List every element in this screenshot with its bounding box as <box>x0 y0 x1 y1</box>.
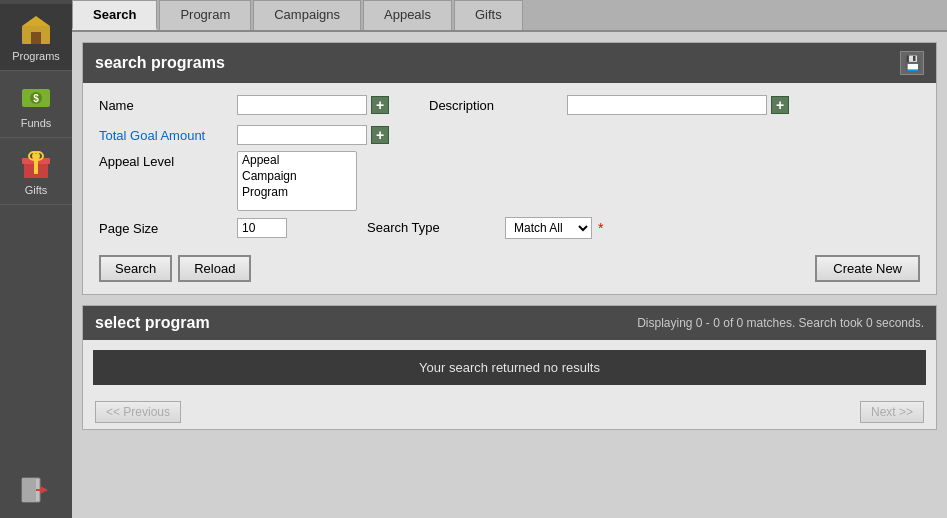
description-label: Description <box>429 95 559 113</box>
name-label: Name <box>99 95 229 113</box>
required-star: * <box>598 220 603 236</box>
total-goal-control-group: + <box>237 125 389 145</box>
pagination-row: << Previous Next >> <box>83 395 936 429</box>
name-input[interactable] <box>237 95 367 115</box>
sidebar-item-gifts[interactable]: Gifts <box>0 138 72 205</box>
page-size-row: Page Size <box>99 218 287 238</box>
main-content: Search Program Campaigns Appeals Gifts s… <box>72 0 947 518</box>
search-programs-body: Name + Description + <box>83 83 936 294</box>
description-input[interactable] <box>567 95 767 115</box>
select-program-panel: select program Displaying 0 - 0 of 0 mat… <box>82 305 937 430</box>
search-type-row: Search Type Match All Match Any * <box>367 217 603 239</box>
sidebar-item-funds[interactable]: $ Funds <box>0 71 72 138</box>
total-goal-row: Total Goal Amount + <box>99 125 920 145</box>
appeal-level-label: Appeal Level <box>99 151 229 169</box>
sidebar-item-programs[interactable]: Programs <box>0 4 72 71</box>
name-plus-button[interactable]: + <box>371 96 389 114</box>
funds-icon: $ <box>18 79 54 115</box>
programs-icon <box>18 12 54 48</box>
name-control-group: + <box>237 95 389 115</box>
svg-rect-12 <box>22 478 36 502</box>
search-programs-panel: search programs 💾 Name + Description <box>82 42 937 295</box>
tab-campaigns[interactable]: Campaigns <box>253 0 361 30</box>
search-type-label: Search Type <box>367 217 497 235</box>
search-button[interactable]: Search <box>99 255 172 282</box>
no-results-bar: Your search returned no results <box>93 350 926 385</box>
gifts-icon <box>18 146 54 182</box>
create-new-button[interactable]: Create New <box>815 255 920 282</box>
svg-rect-14 <box>36 489 46 491</box>
next-button[interactable]: Next >> <box>860 401 924 423</box>
svg-text:$: $ <box>33 93 39 104</box>
description-plus-button[interactable]: + <box>771 96 789 114</box>
total-goal-label: Total Goal Amount <box>99 125 229 143</box>
exit-icon <box>18 472 54 508</box>
search-type-group: Match All Match Any * <box>505 217 603 239</box>
description-row: Description + <box>429 95 789 115</box>
results-status: Displaying 0 - 0 of 0 matches. Search to… <box>637 316 924 330</box>
campaign-option[interactable]: Campaign <box>238 168 356 184</box>
total-goal-plus-button[interactable]: + <box>371 126 389 144</box>
tab-search[interactable]: Search <box>72 0 157 30</box>
sidebar: Programs $ Funds Gifts <box>0 0 72 518</box>
page-size-input[interactable] <box>237 218 287 238</box>
appeal-option[interactable]: Appeal <box>238 152 356 168</box>
total-goal-input[interactable] <box>237 125 367 145</box>
description-control-group: + <box>567 95 789 115</box>
tab-bar: Search Program Campaigns Appeals Gifts <box>72 0 947 32</box>
search-programs-header: search programs 💾 <box>83 43 936 83</box>
sidebar-item-exit[interactable] <box>0 464 72 518</box>
appeal-level-row: Appeal Level Appeal Campaign Program <box>99 151 920 211</box>
appeal-level-listbox[interactable]: Appeal Campaign Program <box>237 151 357 211</box>
svg-rect-2 <box>31 32 41 44</box>
sidebar-label-programs: Programs <box>12 50 60 62</box>
select-program-title: select program <box>95 314 210 332</box>
select-program-header: select program Displaying 0 - 0 of 0 mat… <box>83 306 936 340</box>
tab-program[interactable]: Program <box>159 0 251 30</box>
tab-appeals[interactable]: Appeals <box>363 0 452 30</box>
sidebar-label-funds: Funds <box>21 117 52 129</box>
panel-collapse-icon[interactable]: 💾 <box>900 51 924 75</box>
program-option[interactable]: Program <box>238 184 356 200</box>
prev-button[interactable]: << Previous <box>95 401 181 423</box>
no-results-message: Your search returned no results <box>419 360 600 375</box>
reload-button[interactable]: Reload <box>178 255 251 282</box>
search-type-select[interactable]: Match All Match Any <box>505 217 592 239</box>
svg-marker-1 <box>22 16 50 26</box>
svg-rect-8 <box>34 154 38 174</box>
page-size-label: Page Size <box>99 218 229 236</box>
sidebar-label-gifts: Gifts <box>25 184 48 196</box>
name-row: Name + <box>99 95 389 115</box>
search-programs-title: search programs <box>95 54 225 72</box>
content-area: search programs 💾 Name + Description <box>72 32 947 518</box>
tab-gifts[interactable]: Gifts <box>454 0 523 30</box>
